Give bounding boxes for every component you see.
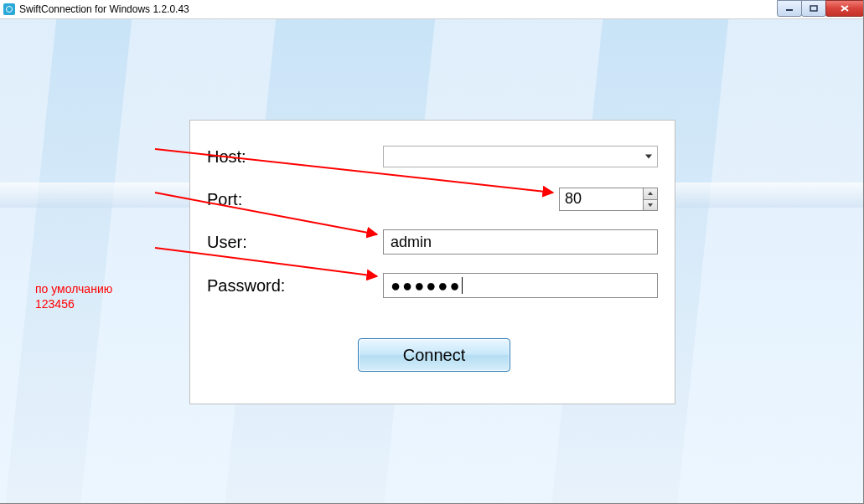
password-row: Password: ●●●●●● <box>207 273 658 298</box>
host-row: Host: <box>207 146 658 167</box>
host-combobox[interactable] <box>383 146 658 167</box>
text-caret <box>462 277 463 294</box>
svg-rect-0 <box>786 9 793 11</box>
port-spin-buttons <box>643 188 657 210</box>
port-value[interactable]: 80 <box>560 188 643 210</box>
port-row: Port: 80 <box>207 188 658 211</box>
svg-rect-1 <box>810 6 817 11</box>
user-row: User: admin <box>207 229 658 255</box>
window-titlebar[interactable]: SwiftConnection for Windows 1.2.0.43 <box>0 0 864 19</box>
minimize-icon <box>785 5 794 12</box>
maximize-icon <box>810 5 818 12</box>
port-label: Port: <box>207 190 383 209</box>
close-icon <box>840 4 850 13</box>
password-label: Password: <box>207 276 383 296</box>
connection-panel: Host: Port: 80 User: admin Password: ●●●… <box>189 120 675 404</box>
connect-button-label: Connect <box>403 346 466 365</box>
app-icon <box>3 3 15 15</box>
window-controls <box>778 0 864 17</box>
user-value: admin <box>391 234 432 251</box>
password-mask: ●●●●●● <box>391 276 461 296</box>
user-field[interactable]: admin <box>383 229 658 255</box>
default-credentials-annotation: по умолчанию 123456 <box>35 281 112 311</box>
minimize-button[interactable] <box>777 0 802 17</box>
window-title: SwiftConnection for Windows 1.2.0.43 <box>19 3 189 15</box>
user-label: User: <box>207 233 383 252</box>
port-increment-button[interactable] <box>644 188 657 200</box>
maximize-button[interactable] <box>801 0 826 17</box>
connect-button[interactable]: Connect <box>358 338 510 372</box>
port-spinner[interactable]: 80 <box>559 188 658 211</box>
port-decrement-button[interactable] <box>644 200 657 211</box>
close-button[interactable] <box>825 0 864 17</box>
password-field[interactable]: ●●●●●● <box>383 273 658 298</box>
host-label: Host: <box>207 147 383 167</box>
chevron-down-icon <box>645 155 652 159</box>
